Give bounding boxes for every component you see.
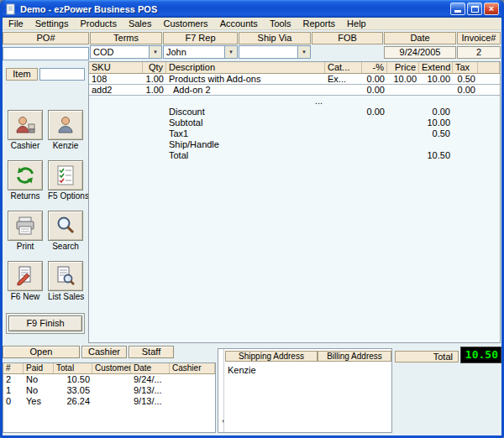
grand-total-label: Total [395,351,459,362]
menu-tools[interactable]: Tools [264,18,297,30]
col-cashier[interactable]: Cashier [170,363,215,373]
summary-pct [362,117,387,128]
menu-products[interactable]: Products [74,18,122,30]
po-input[interactable] [3,47,89,60]
kenzie-button-label: Kenzie [48,141,83,150]
kenzie-button[interactable] [48,110,83,140]
cell-description: Products with Add-ons [166,74,325,84]
col-total[interactable]: Total [54,363,92,373]
summary-pct [362,150,387,161]
cell-total: 26.24 [54,396,92,407]
cell-paid: No [24,374,54,385]
search-button-label: Search [48,242,83,251]
summary-pct [362,139,387,150]
open-order-row[interactable]: 2 No 10.50 9/24/... [3,374,215,385]
col-paid[interactable]: Paid [24,363,54,373]
shipping-address-name: Kenzie [228,365,256,375]
cell-num: 1 [3,385,24,396]
shipvia-dropdown-arrow-icon[interactable]: ▼ [297,46,310,58]
list-sales-icon [55,265,76,287]
summary-pct [362,128,387,139]
printer-icon [14,215,36,237]
more-items-row: ... [89,96,500,107]
cashier-icon [14,114,36,136]
cell-date: 9/13/... [131,385,170,396]
summary-pct: 0.00 [362,107,387,117]
col-qty[interactable]: Qty [143,62,166,73]
open-order-row[interactable]: 0 Yes 26.24 9/13/... [3,396,215,407]
menu-sales[interactable]: Sales [123,18,158,30]
tab-open[interactable]: Open [3,346,80,358]
menu-customers[interactable]: Customers [157,18,213,30]
item-entry-input[interactable] [39,68,85,81]
terms-label: Terms [90,32,162,44]
col-discount-pct[interactable]: -% [362,62,387,73]
cell-cashier [170,385,215,396]
maximize-icon [471,6,479,13]
rep-dropdown[interactable]: John ▼ [163,45,238,59]
title-bar[interactable]: Demo - ezPower Business POS × [3,0,501,18]
terms-dropdown-arrow-icon[interactable]: ▼ [149,46,161,58]
date-label: Date [384,32,456,44]
rep-value: John [164,46,224,58]
billing-address-header[interactable]: Billing Address [318,351,391,362]
f9-finish-button[interactable]: F9 Finish [8,315,82,331]
summary-extend [419,139,453,150]
tab-staff[interactable]: Staff [129,346,174,358]
fob-label: FOB [312,32,383,44]
menu-accounts[interactable]: Accounts [214,18,264,30]
col-category[interactable]: Cat... [325,62,362,73]
close-button[interactable]: × [484,3,499,15]
col-description[interactable]: Description [166,62,325,73]
line-item-row[interactable]: 108 1.00 Products with Add-ons Ex... 0.0… [89,74,500,85]
window-title: Demo - ezPower Business POS [20,4,449,14]
order-header-labels: PO# Terms F7 Rep Ship Via FOB Date Invoi… [3,32,501,44]
terms-dropdown[interactable]: COD ▼ [90,45,162,59]
cell-description: Add-on 2 [166,85,325,95]
cell-category: Ex... [325,74,362,84]
f5-options-button[interactable] [48,160,83,190]
sidebar: Item Cashier Kenzie Returns [3,61,88,343]
window-content: File Settings Products Sales Customers A… [3,18,501,435]
cashier-button[interactable] [8,110,43,140]
col-num[interactable]: # [3,363,24,373]
col-sku[interactable]: SKU [89,62,143,73]
col-price[interactable]: Price [387,62,419,73]
more-items-indicator: ... [166,96,325,107]
line-item-row[interactable]: add2 1.00 Add-on 2 0.00 0.00 [89,85,500,96]
maximize-button[interactable] [467,3,482,15]
print-button[interactable] [8,211,43,241]
summary-label: Ship/Handle [166,139,325,150]
returns-button[interactable] [8,160,43,190]
open-orders-header: # Paid Total Customer Date Cashier [3,363,215,374]
menu-help[interactable]: Help [341,18,372,30]
col-date[interactable]: Date [131,363,170,373]
f6-new-button[interactable] [8,261,43,291]
date-value: 9/24/2005 [384,46,456,59]
summary-row-ship-handle: Ship/Handle [89,139,500,150]
menu-settings[interactable]: Settings [29,18,75,30]
col-extend[interactable]: Extend [419,62,453,73]
cell-discount-pct: 0.00 [362,74,387,84]
shipping-address-header[interactable]: Shipping Address [225,351,318,362]
rep-dropdown-arrow-icon[interactable]: ▼ [224,46,237,58]
options-checklist-icon [55,164,76,186]
cell-customer [92,374,131,385]
menu-reports[interactable]: Reports [297,18,342,30]
col-customer[interactable]: Customer [92,363,131,373]
cell-cashier [170,374,215,385]
search-button[interactable] [48,211,83,241]
minimize-icon [454,10,461,13]
menu-file[interactable]: File [3,18,29,30]
col-tax[interactable]: Tax [453,62,478,73]
minimize-button[interactable] [450,3,465,15]
po-label: PO# [3,32,89,44]
cell-tax: 0.00 [453,85,478,95]
list-sales-button[interactable] [48,261,83,291]
open-order-row[interactable]: 1 No 33.05 9/13/... [3,385,215,396]
open-orders-table: # Paid Total Customer Date Cashier 2 No … [3,362,216,433]
cell-date: 9/13/... [131,396,170,407]
shipvia-dropdown[interactable]: ▼ [239,45,311,59]
finish-button-frame: F9 Finish [6,313,85,334]
tab-cashier[interactable]: Cashier [81,346,127,358]
